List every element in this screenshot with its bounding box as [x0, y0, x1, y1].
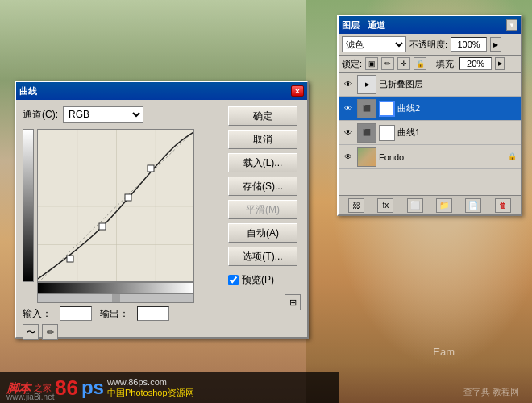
svg-rect-10	[125, 194, 131, 201]
layer-mask-curves2	[379, 101, 395, 117]
channel-select[interactable]: RGB 红 绿 蓝	[63, 106, 143, 123]
ok-button[interactable]: 确定	[228, 106, 297, 126]
layers-title: 图层	[342, 19, 360, 31]
curves-dialog: 曲线 × 通道(C): RGB 红 绿 蓝	[15, 81, 309, 339]
layer-eye-curves2[interactable]: 👁	[342, 102, 355, 115]
layer-row-curves2[interactable]: 👁 ⬛ 曲线2	[339, 97, 521, 121]
layer-mask-curves1	[379, 125, 395, 141]
layer-eye-fondo[interactable]: 👁	[342, 151, 355, 164]
channel-title: 通道	[368, 19, 385, 31]
blend-mode-select[interactable]: 滤色	[342, 36, 406, 52]
layers-titlebar: 图层 通道 ▼	[339, 16, 521, 34]
eam-label: Eam	[433, 346, 455, 358]
url-bottom: www.jiaBi.net	[6, 393, 54, 401]
lock-transparency-btn[interactable]: ▣	[365, 57, 378, 70]
link-layers-button[interactable]: ⛓	[348, 198, 364, 213]
site-watermark: 查字典 教程网 Eam	[463, 386, 519, 398]
curves-scrollbar[interactable]	[37, 293, 194, 303]
channel-label: 通道(C):	[23, 108, 58, 122]
svg-rect-8	[148, 165, 154, 172]
layers-controls: 滤色 不透明度: ▶	[339, 34, 521, 56]
layer-name-fondo: Fondo	[379, 152, 505, 162]
layer-thumb-fondo	[357, 147, 376, 167]
input-output-area: 输入： 输出：	[23, 306, 222, 321]
svg-rect-7	[99, 223, 106, 230]
options-button[interactable]: 选项(T)...	[228, 247, 297, 266]
svg-rect-9	[67, 256, 73, 262]
layer-row-group[interactable]: 👁 ▶ 已折叠图层	[339, 73, 521, 97]
curves-titlebar: 曲线 ×	[16, 82, 307, 100]
logo-ps: ps	[81, 378, 104, 397]
cancel-button[interactable]: 取消	[228, 130, 297, 149]
new-layer-button[interactable]: 📄	[465, 198, 481, 213]
layer-eye-curves1[interactable]: 👁	[342, 127, 355, 139]
layers-title-area: 图层 通道	[342, 19, 385, 31]
logo-url: www.86ps.com	[107, 377, 194, 387]
logo-text-group: www.86ps.com 中国Photoshop资源网	[107, 377, 194, 399]
layers-panel: 图层 通道 ▼ 滤色 不透明度: ▶ 锁定: ▣ ✏ ✛ 🔒 填充: ▶ 👁 ▶…	[337, 15, 522, 216]
output-value[interactable]	[137, 306, 169, 321]
input-label: 输入：	[23, 307, 52, 321]
layer-lock-fondo: 🔒	[508, 152, 517, 162]
preview-checkbox[interactable]	[228, 275, 239, 285]
curves-tools: 〜 ✏	[23, 324, 222, 340]
fill-input[interactable]	[459, 57, 492, 70]
layers-title-controls: ▼	[506, 19, 517, 31]
lock-move-btn[interactable]: ✛	[397, 57, 410, 70]
curves-graph-wrapper	[23, 129, 222, 282]
curves-close-button[interactable]: ×	[291, 85, 304, 97]
curve-tool-draw[interactable]: ✏	[42, 324, 58, 340]
curves-left-panel: 通道(C): RGB 红 绿 蓝	[23, 106, 222, 340]
fill-arrow[interactable]: ▶	[495, 57, 505, 70]
site-label: 查字典 教程网	[463, 387, 519, 397]
layer-row-fondo[interactable]: 👁 Fondo 🔒	[339, 145, 521, 169]
lock-all-btn[interactable]: 🔒	[414, 57, 426, 70]
layer-thumb-curves2-icon: ⬛	[357, 99, 376, 118]
opacity-label: 不透明度:	[409, 39, 447, 51]
curves-horizontal-gradient	[37, 282, 194, 293]
logo-86: 86	[55, 377, 78, 398]
new-group-button[interactable]: 📁	[436, 198, 452, 213]
curves-body: 通道(C): RGB 红 绿 蓝	[16, 100, 307, 347]
curves-title: 曲线	[19, 85, 37, 98]
layer-style-button[interactable]: fx	[377, 198, 393, 213]
curves-graph[interactable]	[37, 129, 194, 282]
scroll-thumb	[112, 294, 120, 302]
layer-name-curves2: 曲线2	[397, 102, 517, 114]
load-button[interactable]: 载入(L)...	[228, 153, 297, 172]
layer-thumb-curves1-icon: ⬛	[357, 123, 376, 143]
auto-button[interactable]: 自动(A)	[228, 223, 297, 243]
layer-name-group: 已折叠图层	[379, 78, 517, 90]
watermark-bar: 脚本 之家 86 ps www.86ps.com 中国Photoshop资源网 …	[0, 372, 339, 403]
layer-row-curves1[interactable]: 👁 ⬛ 曲线1	[339, 121, 521, 145]
curves-vertical-gradient	[23, 129, 34, 282]
delete-layer-button[interactable]: 🗑	[495, 198, 511, 213]
opacity-input[interactable]	[451, 37, 487, 52]
channel-row: 通道(C): RGB 红 绿 蓝	[23, 106, 222, 123]
smooth-button[interactable]: 平滑(M)	[228, 200, 297, 219]
layer-thumb-group: ▶	[357, 75, 376, 94]
layer-eye-group[interactable]: 👁	[342, 78, 355, 91]
save-button[interactable]: 存储(S)...	[228, 177, 297, 196]
lock-row: 锁定: ▣ ✏ ✛ 🔒 填充: ▶	[339, 56, 521, 73]
preview-label: 预览(P)	[242, 273, 274, 287]
layer-name-curves1: 曲线1	[397, 127, 517, 139]
curves-grid-svg	[38, 130, 193, 281]
svg-line-6	[38, 130, 193, 281]
add-mask-button[interactable]: ⬜	[407, 198, 423, 213]
opacity-arrow[interactable]: ▶	[490, 37, 501, 52]
curves-right-panel: 确定 取消 载入(L)... 存储(S)... 平滑(M) 自动(A) 选项(T…	[228, 106, 301, 340]
layers-bottom-bar: ⛓ fx ⬜ 📁 📄 🗑	[339, 195, 521, 214]
lock-paint-btn[interactable]: ✏	[381, 57, 394, 70]
output-label: 输出：	[100, 307, 129, 321]
input-value[interactable]	[60, 306, 92, 321]
layers-collapse-button[interactable]: ▼	[506, 19, 517, 31]
expand-icon[interactable]: ⊞	[285, 294, 301, 310]
layers-list: 👁 ▶ 已折叠图层 👁 ⬛ 曲线2 👁 ⬛ 曲线1 👁 Fondo 🔒	[339, 73, 521, 177]
preview-row: 预览(P)	[228, 273, 301, 287]
curve-tool-pencil[interactable]: 〜	[23, 324, 39, 340]
fill-label: 填充:	[436, 58, 456, 70]
lock-label: 锁定:	[342, 58, 362, 70]
logo-cn-text: 中国Photoshop资源网	[107, 387, 194, 399]
